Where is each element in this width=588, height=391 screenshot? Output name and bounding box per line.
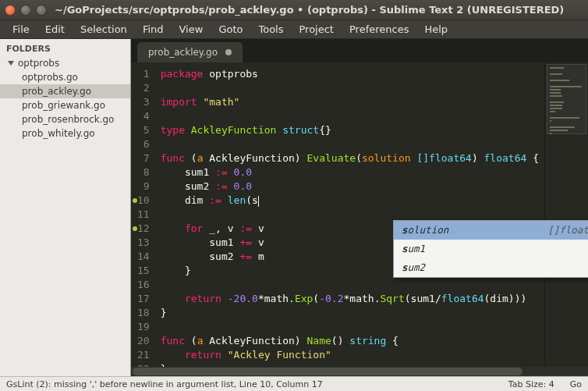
menu-view[interactable]: View (172, 22, 211, 37)
sidebar-file[interactable]: optprobs.go (0, 70, 130, 84)
menu-goto[interactable]: Goto (211, 22, 250, 37)
status-lint-message: GsLint (2): missing ',' before newline i… (6, 379, 493, 389)
window-close-button[interactable] (5, 5, 16, 16)
scrollbar-thumb[interactable] (133, 368, 522, 375)
menu-tools[interactable]: Tools (250, 22, 291, 37)
menu-preferences[interactable]: Preferences (342, 22, 416, 37)
text-cursor (258, 196, 259, 207)
menu-edit[interactable]: Edit (37, 22, 73, 37)
sidebar-folders-header: FOLDERS (0, 39, 130, 56)
folder-expand-icon (8, 61, 14, 66)
status-syntax[interactable]: Go (570, 379, 582, 389)
autocomplete-item[interactable]: sum2 ν (394, 258, 588, 277)
menu-selection[interactable]: Selection (73, 22, 135, 37)
window-minimize-button[interactable] (20, 5, 31, 16)
sidebar-file[interactable]: prob_rosenbrock.go (0, 112, 130, 126)
tabbar: prob_ackley.go (131, 39, 588, 62)
line-gutter: 1 2 3 4 5 6 7 8 9 10 11 12 13 14 15 16 1… (131, 62, 158, 367)
tab-dirty-indicator-icon (225, 49, 232, 55)
autocomplete-popup[interactable]: solution []float64 ν sum1 ν sum2 ν (393, 220, 588, 278)
code-editor[interactable]: 1 2 3 4 5 6 7 8 9 10 11 12 13 14 15 16 1… (131, 62, 588, 367)
horizontal-scrollbar[interactable] (131, 367, 588, 376)
statusbar: GsLint (2): missing ',' before newline i… (0, 376, 588, 391)
window-buttons (5, 5, 47, 16)
sidebar-file[interactable]: prob_whitely.go (0, 126, 130, 140)
menu-file[interactable]: File (5, 22, 37, 37)
sidebar-file[interactable]: prob_ackley.go (0, 84, 130, 98)
menu-find[interactable]: Find (135, 22, 172, 37)
minimap-lines (550, 67, 585, 136)
editor-area: prob_ackley.go 1 2 3 4 5 6 7 8 9 10 11 1… (131, 39, 588, 376)
folder-label: optprobs (18, 58, 59, 69)
menu-project[interactable]: Project (291, 22, 341, 37)
tab-label: prob_ackley.go (148, 47, 218, 58)
menu-help[interactable]: Help (416, 22, 455, 37)
window-maximize-button[interactable] (36, 5, 47, 16)
window-title: ~/GoProjects/src/optprobs/prob_ackley.go… (55, 4, 564, 16)
titlebar: ~/GoProjects/src/optprobs/prob_ackley.go… (0, 0, 588, 20)
sidebar-folder[interactable]: optprobs (0, 56, 130, 70)
sidebar: FOLDERS optprobs optprobs.go prob_ackley… (0, 39, 131, 376)
tab-prob-ackley[interactable]: prob_ackley.go (137, 42, 243, 62)
autocomplete-item[interactable]: solution []float64 ν (394, 221, 588, 240)
minimap[interactable] (544, 62, 588, 367)
sidebar-file[interactable]: prob_griewank.go (0, 98, 130, 112)
autocomplete-item[interactable]: sum1 ν (394, 240, 588, 258)
status-tab-size[interactable]: Tab Size: 4 (508, 379, 554, 389)
menubar: File Edit Selection Find View Goto Tools… (0, 20, 588, 39)
code-content[interactable]: package optprobs import "math" type Ackl… (158, 62, 544, 367)
